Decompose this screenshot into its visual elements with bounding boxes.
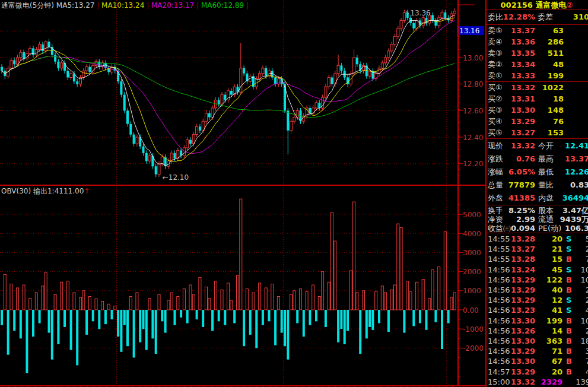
obv-header-seg-1: 输出1:4111.00 <box>33 187 84 195</box>
bid-level-label: 买④ <box>488 116 503 127</box>
level2-badge: ② <box>566 1 573 9</box>
candle-header-seg-1: MA5:13.27 <box>56 1 95 9</box>
stat-label: 换手 <box>488 206 503 215</box>
stat-row: 总量77879量比0.83 <box>485 179 588 192</box>
svg-text:12.40: 12.40 <box>463 134 483 142</box>
divider <box>485 9 588 10</box>
bid-volume: 153 <box>548 127 564 138</box>
tape-side: S <box>566 295 571 305</box>
tape-volume: 14 <box>552 326 562 336</box>
tape-count: 7 <box>586 356 588 366</box>
svg-text:←12.10: ←12.10 <box>163 173 189 182</box>
bid-price: 13.31 <box>511 93 535 104</box>
stat-row: 换手8.25%股本3.47亿 <box>485 206 588 215</box>
ask-price: 13.33 <box>511 70 535 81</box>
tape-volume: 21 <box>552 244 562 254</box>
tape-time: 14:56 <box>488 275 510 285</box>
stat-value: 3.47亿 <box>562 206 588 215</box>
candle-header-seg-2: | <box>94 1 101 9</box>
ask-row[interactable]: 卖③13.35511 <box>485 47 588 59</box>
tape-row: 14:5513.2721S2 <box>485 244 588 254</box>
tape-count: 18 <box>580 336 588 346</box>
tape-price: 13.32 <box>511 377 535 387</box>
stat-row: 收益㈢0.094PE(动)106.3 <box>485 224 588 233</box>
stat-label: 量比 <box>538 179 554 192</box>
tape-time: 14:56 <box>488 265 510 275</box>
tape-volume: 363 <box>546 336 562 346</box>
tape-time: 14:56 <box>488 295 510 305</box>
stock-name: 通富微电 <box>535 1 566 9</box>
stat-value: 36494 <box>562 192 588 205</box>
svg-text:5000: 5000 <box>463 211 481 219</box>
tape-count: 2 <box>586 295 588 305</box>
ask-row[interactable]: 卖⑤13.3763 <box>485 25 588 36</box>
tape-row: 14:5613.2445S10 <box>485 265 588 275</box>
bid-row[interactable]: 买①13.321022 <box>485 82 588 93</box>
tape-row: 14:5513.2820S5 <box>485 234 588 244</box>
stat-label: 涨跌 <box>488 153 503 166</box>
tape-price: 13.29 <box>511 285 535 295</box>
tape-count: 4 <box>586 367 588 377</box>
tape-side: B <box>566 367 572 377</box>
stat-value: 12.26 <box>565 166 588 179</box>
tape-time: 14:56 <box>488 336 510 346</box>
weicha-label: 委差 <box>538 11 553 24</box>
weicha-value: 310 <box>573 11 588 24</box>
weibi-label: 委比 <box>488 11 503 24</box>
tape-volume: 67 <box>552 356 562 366</box>
stat-label: 收益㈢ <box>488 224 511 233</box>
bid-level-label: 买① <box>488 82 503 93</box>
candle-header-seg-4: | <box>144 1 151 9</box>
stock-title[interactable]: 002156 通富微电② <box>485 1 588 9</box>
stat-label: 股本 <box>538 206 554 215</box>
bid-level-label: 买⑤ <box>488 127 503 138</box>
tape-side: S <box>566 234 571 244</box>
tape-price: 13.28 <box>511 234 535 244</box>
tape-side: B <box>566 336 572 346</box>
stock-code: 002156 <box>501 1 533 9</box>
obv-pane-header: OBV(30) 输出1:4111.00↑ <box>1 186 90 196</box>
stat-label: 现价 <box>488 139 503 153</box>
tape-side: B <box>566 254 572 264</box>
tape-price: 13.30 <box>511 356 535 366</box>
tape-time: 14:56 <box>488 356 510 366</box>
stat-label: 流通 <box>538 215 554 224</box>
tape-count: 10 <box>580 265 588 275</box>
bid-row[interactable]: 买⑤13.27153 <box>485 127 588 138</box>
tape-row: 14:5613.2912S2 <box>485 295 588 305</box>
ask-level-label: 卖③ <box>488 47 503 59</box>
stat-value: 9439万 <box>560 215 588 224</box>
tape-side: B <box>566 356 572 366</box>
bid-volume: 76 <box>553 116 564 127</box>
tape-count: 4 <box>586 305 588 315</box>
tape-count: 2 <box>586 285 588 295</box>
tape-time: 14:56 <box>488 346 510 356</box>
tape-side: B <box>566 316 572 326</box>
stat-value: 13.37 <box>565 153 588 166</box>
obv-header-seg-0: OBV(30) <box>1 187 33 195</box>
quote-panel-border <box>485 0 487 387</box>
tape-count: 3 <box>586 346 588 356</box>
bid-row[interactable]: 买②13.3118 <box>485 93 588 104</box>
stat-label: 今开 <box>538 139 554 153</box>
divider <box>485 138 588 139</box>
tape-volume: 199 <box>546 316 562 326</box>
tape-row: 14:5613.29122B10 <box>485 275 588 285</box>
stat-row: 现价13.32今开12.41 <box>485 139 588 153</box>
ask-row[interactable]: 卖②13.3448 <box>485 59 588 70</box>
bid-row[interactable]: 买③13.30148 <box>485 104 588 116</box>
tape-price: 13.27 <box>511 244 535 254</box>
stat-row: 外盘41385内盘36494 <box>485 192 588 205</box>
candle-header-seg-6: | <box>194 1 201 9</box>
stat-value: 0.76 <box>516 153 535 166</box>
stat-row: 涨跌0.76最高13.37 <box>485 153 588 166</box>
last-price-marker: 13.16 <box>459 27 479 35</box>
stat-value: 77879 <box>508 179 535 192</box>
tape-count: 2 <box>586 244 588 254</box>
candle-pane-header: 通富微电(5分钟) MA5:13.27 | MA10:13.24 | MA20:… <box>1 1 249 11</box>
ask-row[interactable]: 卖④13.36286 <box>485 36 588 47</box>
ask-row[interactable]: 卖①13.33199 <box>485 70 588 81</box>
bid-row[interactable]: 买④13.2976 <box>485 116 588 127</box>
tape-row: 14:5613.2971B3 <box>485 346 588 356</box>
tape-side: B <box>566 285 572 295</box>
